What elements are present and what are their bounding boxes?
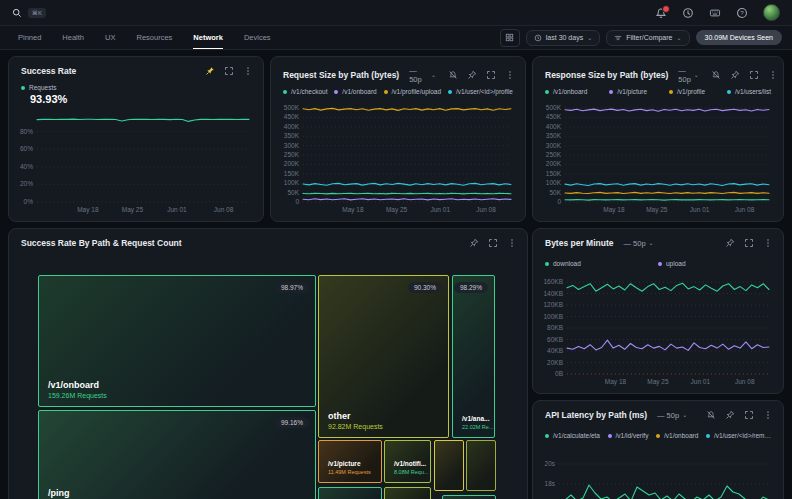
line-chart[interactable]: 500K450K400K350K300K250K200K150K100K50K0… — [275, 103, 517, 215]
legend-item[interactable]: /v1/profile/upload — [384, 88, 442, 95]
legend-dot — [448, 90, 452, 94]
tab-health[interactable]: Health — [62, 26, 84, 49]
svg-text:0%: 0% — [24, 198, 34, 205]
legend-dot — [545, 434, 549, 438]
svg-text:350K: 350K — [546, 132, 562, 139]
filter-compare-button[interactable]: Filter/Compare ⌄ — [606, 30, 689, 46]
legend-item[interactable]: /v1/calculate/eta — [545, 432, 600, 439]
kebab-icon[interactable] — [763, 238, 773, 248]
expand-icon[interactable] — [744, 410, 754, 420]
legend-dot — [334, 90, 338, 94]
alert-icon[interactable] — [448, 70, 458, 80]
devices-seen-badge[interactable]: 30.09M Devices Seen — [696, 30, 782, 45]
pin-icon[interactable] — [730, 70, 740, 80]
search-button[interactable]: ⌘K — [12, 8, 46, 18]
kebab-icon[interactable] — [763, 410, 773, 420]
treemap-cell[interactable] — [466, 440, 496, 491]
pin-icon[interactable] — [725, 410, 735, 420]
panel-title: API Latency by Path (ms) — [545, 410, 647, 420]
treemap-cell--v1-notifi-[interactable]: /v1/notifi...8.08M Requ... — [384, 440, 431, 483]
pin-icon[interactable] — [725, 238, 735, 248]
tab-pinned[interactable]: Pinned — [18, 26, 41, 49]
treemap-cell[interactable] — [434, 440, 464, 491]
tab-ux[interactable]: UX — [105, 26, 115, 49]
kebab-icon[interactable] — [505, 70, 515, 80]
svg-text:100K: 100K — [284, 179, 300, 186]
legend-label: upload — [666, 260, 686, 267]
svg-text:120KB: 120KB — [543, 301, 563, 308]
treemap-cell--v1-onboard[interactable]: 98.97%/v1/onboard159.26M Requests — [38, 275, 316, 407]
legend-item[interactable]: /v1/onboard — [656, 432, 698, 439]
svg-text:May 18: May 18 — [342, 206, 364, 214]
treemap-cell[interactable] — [384, 487, 431, 499]
expand-icon[interactable] — [224, 66, 234, 76]
pin-icon[interactable] — [467, 70, 477, 80]
keyboard-icon[interactable] — [709, 7, 721, 19]
toolbar: last 30 days ⌄ Filter/Compare ⌄ 30.09M D… — [500, 29, 782, 47]
legend: Requests — [21, 84, 251, 91]
chevron-down-icon: ⌄ — [431, 73, 436, 77]
line-chart[interactable]: 80%60%40%20%0%May 18May 25Jun 01Jun 08 — [13, 109, 255, 215]
treemap-cell--v1-picture[interactable]: /v1/picture11.49M Requests — [318, 440, 382, 483]
tab-network[interactable]: Network — [193, 26, 223, 49]
legend-item[interactable]: /v1/id/verify — [608, 432, 649, 439]
panel-title: Response Size by Path (bytes) — [545, 70, 668, 80]
treemap-path-label: /v1/ana... — [462, 415, 494, 422]
svg-text:300K: 300K — [546, 142, 562, 149]
legend-label: /v1/onboard — [342, 88, 376, 95]
legend-label: /v1/users/list — [735, 88, 771, 95]
svg-text:50K: 50K — [549, 189, 561, 196]
legend-item[interactable]: upload — [658, 260, 771, 267]
legend: /v1/calculate/eta/v1/id/verify/v1/onboar… — [545, 432, 771, 439]
bell-icon[interactable] — [655, 7, 667, 19]
filter-icon — [614, 34, 622, 42]
percentile-dropdown[interactable]: — 50p ⌄ — [678, 66, 699, 84]
line-chart[interactable]: 500K450K400K350K300K250K200K150K100K50K0… — [537, 103, 775, 215]
line-chart[interactable]: 160KB140KB120KB100KB80KB60KB40KB20KB0BMa… — [537, 277, 775, 387]
svg-text:60%: 60% — [20, 145, 33, 152]
legend-item[interactable]: /v1/profile — [669, 88, 705, 95]
pin-filled-icon[interactable] — [205, 66, 215, 76]
treemap-cell[interactable] — [442, 495, 496, 499]
svg-text:20s: 20s — [545, 460, 556, 467]
alert-icon[interactable] — [711, 70, 721, 80]
alert-icon[interactable] — [706, 410, 716, 420]
treemap-cell--v1-ana-[interactable]: 98.29%/v1/ana...22.02M Re... — [452, 275, 495, 438]
treemap-cell[interactable] — [318, 487, 382, 499]
treemap-cell--ping[interactable]: 99.16%/ping — [38, 410, 316, 499]
expand-icon[interactable] — [744, 238, 754, 248]
help-icon[interactable]: ? — [736, 7, 748, 19]
legend-item[interactable]: /v1/users/list — [727, 88, 771, 95]
legend-item[interactable]: /v1/onboard — [545, 88, 587, 95]
legend-dot — [384, 90, 388, 94]
legend-item[interactable]: download — [545, 260, 658, 267]
legend-item[interactable]: /v1/picture — [609, 88, 647, 95]
kebab-icon[interactable] — [768, 70, 778, 80]
clock-icon[interactable] — [682, 7, 694, 19]
legend-item[interactable]: /v1/onboard — [334, 88, 376, 95]
legend-item[interactable]: /v1/user/<id>/profile — [448, 88, 513, 95]
percentile-dropdown[interactable]: — 50p ⌄ — [624, 239, 654, 248]
percentile-dropdown[interactable]: — 50p ⌄ — [409, 66, 436, 84]
expand-icon[interactable] — [749, 70, 759, 80]
line-chart[interactable]: 20s18s16s14s12sMay 18May 25Jun 01Jun 08 — [537, 449, 775, 499]
svg-text:Jun 08: Jun 08 — [735, 206, 755, 213]
legend-item[interactable]: /v1/user/<id>/rem… — [706, 432, 771, 439]
legend-item[interactable]: /v1/checkout — [283, 88, 328, 95]
avatar[interactable] — [763, 4, 780, 21]
treemap-cell-other[interactable]: 90.30%other92.82M Requests — [318, 275, 449, 438]
svg-text:50K: 50K — [287, 189, 299, 196]
kebab-icon[interactable] — [243, 66, 253, 76]
tab-resources[interactable]: Resources — [136, 26, 172, 49]
header-actions: ? — [655, 4, 780, 21]
legend-label: /v1/picture — [617, 88, 647, 95]
legend-item[interactable]: Requests — [21, 84, 56, 91]
legend-label: /v1/onboard — [664, 432, 698, 439]
time-range-button[interactable]: last 30 days ⌄ — [526, 30, 600, 46]
tab-devices[interactable]: Devices — [244, 26, 271, 49]
layout-grid-button[interactable] — [500, 29, 520, 47]
percentile-dropdown[interactable]: — 50p ⌄ — [657, 411, 687, 420]
expand-icon[interactable] — [486, 70, 496, 80]
svg-text:?: ? — [740, 9, 744, 16]
legend-label: /v1/onboard — [553, 88, 587, 95]
